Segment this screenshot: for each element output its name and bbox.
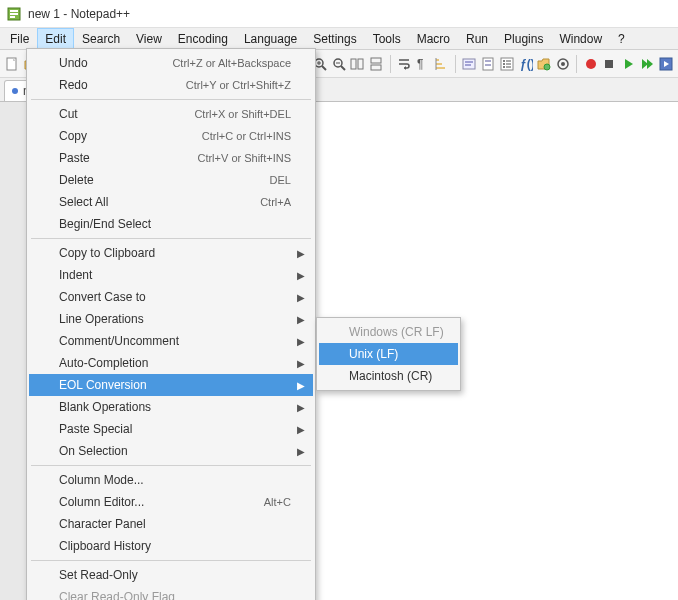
macro-play-icon[interactable] <box>620 54 637 74</box>
menu-convert-case[interactable]: Convert Case to▶ <box>29 286 313 308</box>
menu-help[interactable]: ? <box>610 28 633 49</box>
doc-list-icon[interactable] <box>498 54 515 74</box>
svg-rect-46 <box>371 58 381 63</box>
menu-begin-end-select[interactable]: Begin/End Select <box>29 213 313 235</box>
chevron-right-icon: ▶ <box>297 248 305 259</box>
svg-point-69 <box>544 64 550 70</box>
svg-rect-1 <box>10 10 18 12</box>
svg-text:ƒ(): ƒ() <box>520 57 533 71</box>
svg-line-43 <box>341 66 345 70</box>
menu-clear-readonly[interactable]: Clear Read-Only Flag <box>29 586 313 600</box>
menu-character-panel[interactable]: Character Panel <box>29 513 313 535</box>
indent-guide-icon[interactable] <box>433 54 450 74</box>
macro-multi-icon[interactable] <box>639 54 656 74</box>
menu-eol-conversion[interactable]: EOL Conversion▶ <box>29 374 313 396</box>
svg-text:¶: ¶ <box>417 57 423 71</box>
svg-marker-74 <box>625 59 633 69</box>
macro-stop-icon[interactable] <box>601 54 618 74</box>
menu-macro[interactable]: Macro <box>409 28 458 49</box>
menu-indent[interactable]: Indent▶ <box>29 264 313 286</box>
submenu-macintosh-cr[interactable]: Macintosh (CR) <box>319 365 458 387</box>
menu-window[interactable]: Window <box>551 28 610 49</box>
menu-select-all[interactable]: Select AllCtrl+A <box>29 191 313 213</box>
menu-edit[interactable]: Edit <box>37 28 74 49</box>
menu-separator <box>31 238 311 239</box>
chevron-right-icon: ▶ <box>297 446 305 457</box>
menu-settings[interactable]: Settings <box>305 28 364 49</box>
menu-copy-clipboard[interactable]: Copy to Clipboard▶ <box>29 242 313 264</box>
toolbar-separator <box>455 55 456 73</box>
monitoring-icon[interactable] <box>555 54 572 74</box>
svg-point-71 <box>561 62 565 66</box>
sync-v-icon[interactable] <box>349 54 366 74</box>
svg-marker-76 <box>647 59 653 69</box>
titlebar: new 1 - Notepad++ <box>0 0 678 28</box>
menu-line-operations[interactable]: Line Operations▶ <box>29 308 313 330</box>
menu-file[interactable]: File <box>2 28 37 49</box>
menu-plugins[interactable]: Plugins <box>496 28 551 49</box>
svg-rect-59 <box>485 60 491 62</box>
udl-icon[interactable] <box>461 54 478 74</box>
chevron-right-icon: ▶ <box>297 270 305 281</box>
menu-copy[interactable]: CopyCtrl+C or Ctrl+INS <box>29 125 313 147</box>
svg-line-40 <box>322 66 326 70</box>
submenu-unix-lf[interactable]: Unix (LF) <box>319 343 458 365</box>
chevron-right-icon: ▶ <box>297 336 305 347</box>
menu-separator <box>31 560 311 561</box>
menu-undo[interactable]: UndoCtrl+Z or Alt+Backspace <box>29 52 313 74</box>
svg-rect-47 <box>371 65 381 70</box>
svg-rect-73 <box>605 60 613 68</box>
menu-view[interactable]: View <box>128 28 170 49</box>
menu-separator <box>31 99 311 100</box>
menu-column-editor[interactable]: Column Editor...Alt+C <box>29 491 313 513</box>
menu-cut[interactable]: CutCtrl+X or Shift+DEL <box>29 103 313 125</box>
menu-encoding[interactable]: Encoding <box>170 28 236 49</box>
menu-paste[interactable]: PasteCtrl+V or Shift+INS <box>29 147 313 169</box>
menu-clipboard-history[interactable]: Clipboard History <box>29 535 313 557</box>
wordwrap-icon[interactable] <box>395 54 412 74</box>
folder-workspace-icon[interactable] <box>536 54 553 74</box>
chevron-right-icon: ▶ <box>297 380 305 391</box>
submenu-windows-crlf[interactable]: Windows (CR LF) <box>319 321 458 343</box>
sync-h-icon[interactable] <box>368 54 385 74</box>
func-list-icon[interactable]: ƒ() <box>517 54 534 74</box>
toolbar-separator <box>576 55 577 73</box>
zoom-out-icon[interactable] <box>330 54 347 74</box>
menu-tools[interactable]: Tools <box>365 28 409 49</box>
menu-paste-special[interactable]: Paste Special▶ <box>29 418 313 440</box>
svg-rect-44 <box>351 59 356 69</box>
chevron-right-icon: ▶ <box>297 314 305 325</box>
svg-rect-2 <box>10 13 18 15</box>
svg-point-62 <box>503 60 505 62</box>
chevron-right-icon: ▶ <box>297 358 305 369</box>
toolbar-separator <box>390 55 391 73</box>
window-title: new 1 - Notepad++ <box>28 7 130 21</box>
menu-comment-uncomment[interactable]: Comment/Uncomment▶ <box>29 330 313 352</box>
svg-rect-45 <box>358 59 363 69</box>
menu-language[interactable]: Language <box>236 28 305 49</box>
svg-marker-49 <box>404 66 406 70</box>
svg-point-64 <box>503 63 505 65</box>
svg-rect-55 <box>463 59 475 69</box>
tab-status-icon <box>11 87 19 95</box>
menu-search[interactable]: Search <box>74 28 128 49</box>
show-all-chars-icon[interactable]: ¶ <box>414 54 431 74</box>
menu-set-readonly[interactable]: Set Read-Only <box>29 564 313 586</box>
menu-delete[interactable]: DeleteDEL <box>29 169 313 191</box>
svg-rect-60 <box>485 64 491 66</box>
macro-save-icon[interactable] <box>657 54 674 74</box>
menu-blank-operations[interactable]: Blank Operations▶ <box>29 396 313 418</box>
doc-map-icon[interactable] <box>479 54 496 74</box>
macro-record-icon[interactable] <box>582 54 599 74</box>
menu-run[interactable]: Run <box>458 28 496 49</box>
menu-redo[interactable]: RedoCtrl+Y or Ctrl+Shift+Z <box>29 74 313 96</box>
menu-column-mode[interactable]: Column Mode... <box>29 469 313 491</box>
chevron-right-icon: ▶ <box>297 292 305 303</box>
chevron-right-icon: ▶ <box>297 424 305 435</box>
new-file-icon[interactable] <box>4 54 21 74</box>
menu-on-selection[interactable]: On Selection▶ <box>29 440 313 462</box>
svg-point-66 <box>503 66 505 68</box>
edit-dropdown: UndoCtrl+Z or Alt+Backspace RedoCtrl+Y o… <box>26 48 316 600</box>
menu-auto-completion[interactable]: Auto-Completion▶ <box>29 352 313 374</box>
chevron-right-icon: ▶ <box>297 402 305 413</box>
